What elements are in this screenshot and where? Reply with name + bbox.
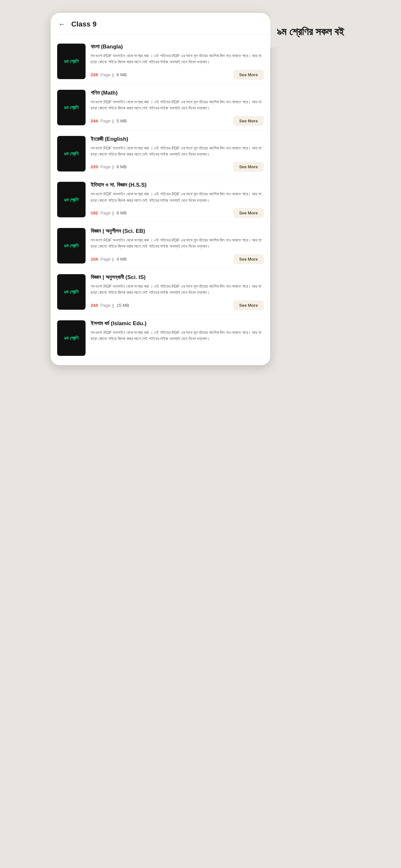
- book-thumb-label: ৯ম শ্রেণি: [62, 103, 81, 112]
- book-thumb-label: ৯ম শ্রেণি: [62, 241, 81, 250]
- see-more-button[interactable]: See More: [234, 116, 264, 126]
- book-list: ৯ম শ্রেণিবাংলা (Bangla)সব গুলো PDF অনলাই…: [51, 35, 270, 365]
- book-description: সব গুলো PDF অনলাইন থেকে সংগ্রহ করা । এই …: [91, 191, 264, 204]
- book-card[interactable]: ৯ম শ্রেণিবাংলা (Bangla)সব গুলো PDF অনলাই…: [51, 38, 270, 84]
- book-info: বিজ্ঞান | অনুসন্ধানী (Sci. IS)সব গুলো PD…: [91, 274, 264, 310]
- book-card[interactable]: ৯ম শ্রেণিইসলাম ধর্ম (Islamic Edu.)সব গুল…: [51, 314, 270, 360]
- book-meta: 244 Page || 5 MB: [91, 119, 127, 123]
- book-card[interactable]: ৯ম শ্রেণিগণিত (Math)সব গুলো PDF অনলাইন থ…: [51, 84, 270, 130]
- book-meta-row: 244 Page || 15 MBSee More: [91, 300, 264, 310]
- book-meta-row: 104 Page || 4 MBSee More: [91, 254, 264, 264]
- book-pages: 244: [91, 119, 98, 123]
- page-title: Class 9: [71, 20, 96, 28]
- book-info: বিজ্ঞান | অনুশীলন (Sci. EB)সব গুলো PDF অ…: [91, 228, 264, 264]
- book-thumbnail: ৯ম শ্রেণি: [57, 43, 86, 79]
- book-meta: 220 Page || 8 MB: [91, 164, 127, 169]
- back-button[interactable]: ←: [58, 20, 66, 28]
- book-title: বিজ্ঞান | অনুশীলন (Sci. EB): [91, 228, 264, 235]
- book-info: ইতিহাস ও সা. বিজ্ঞান (H.S.S)সব গুলো PDF …: [91, 182, 264, 218]
- see-more-button[interactable]: See More: [234, 70, 264, 80]
- see-more-button[interactable]: See More: [234, 254, 264, 264]
- separator: Page ||: [100, 164, 114, 169]
- book-meta-row: 192 Page || 8 MBSee More: [91, 208, 264, 218]
- book-meta: 228 Page || 6 MB: [91, 72, 127, 77]
- book-thumbnail: ৯ম শ্রেণি: [57, 228, 86, 264]
- book-size: 8 MB: [117, 211, 127, 215]
- book-description: সব গুলো PDF অনলাইন থেকে সংগ্রহ করা । এই …: [91, 53, 264, 66]
- book-size: 4 MB: [117, 257, 127, 261]
- book-thumb-label: ৯ম শ্রেণি: [62, 57, 81, 66]
- book-thumbnail: ৯ম শ্রেণি: [57, 182, 86, 217]
- book-description: সব গুলো PDF অনলাইন থেকে সংগ্রহ করা । এই …: [91, 237, 264, 250]
- separator: Page ||: [100, 303, 114, 308]
- footer-text: ৯ম শ্রেণির সকল বই: [277, 26, 344, 37]
- book-title: বিজ্ঞান | অনুসন্ধানী (Sci. IS): [91, 274, 264, 281]
- book-meta: 192 Page || 8 MB: [91, 211, 127, 215]
- separator: Page ||: [100, 72, 114, 77]
- book-title: বাংলা (Bangla): [91, 43, 264, 50]
- book-thumbnail: ৯ম শ্রেণি: [57, 136, 86, 172]
- book-size: 5 MB: [117, 119, 127, 123]
- book-card[interactable]: ৯ম শ্রেণিইংরেজী (English)সব গুলো PDF অনল…: [51, 130, 270, 176]
- separator: Page ||: [100, 257, 114, 261]
- see-more-button[interactable]: See More: [234, 162, 264, 172]
- book-thumbnail: ৯ম শ্রেণি: [57, 320, 86, 356]
- book-description: সব গুলো PDF অনলাইন থেকে সংগ্রহ করা । এই …: [91, 330, 264, 342]
- book-info: ইংরেজী (English)সব গুলো PDF অনলাইন থেকে …: [91, 136, 264, 172]
- book-thumbnail: ৯ম শ্রেণি: [57, 90, 86, 125]
- book-thumb-label: ৯ম শ্রেণি: [62, 149, 81, 158]
- book-meta-row: 220 Page || 8 MBSee More: [91, 162, 264, 172]
- book-meta: 104 Page || 4 MB: [91, 257, 127, 261]
- book-description: সব গুলো PDF অনলাইন থেকে সংগ্রহ করা । এই …: [91, 99, 264, 112]
- see-more-button[interactable]: See More: [234, 300, 264, 310]
- separator: Page ||: [100, 211, 114, 215]
- book-meta: 244 Page || 15 MB: [91, 303, 129, 308]
- book-size: 15 MB: [117, 303, 129, 308]
- book-title: গণিত (Math): [91, 90, 264, 96]
- book-thumb-label: ৯ম শ্রেণি: [62, 287, 81, 297]
- separator: Page ||: [100, 119, 114, 123]
- book-title: ইতিহাস ও সা. বিজ্ঞান (H.S.S): [91, 182, 264, 188]
- book-info: ইসলাম ধর্ম (Islamic Edu.)সব গুলো PDF অনল…: [91, 320, 264, 342]
- book-thumb-label: ৯ম শ্রেণি: [62, 195, 81, 205]
- book-info: গণিত (Math)সব গুলো PDF অনলাইন থেকে সংগ্র…: [91, 90, 264, 126]
- book-meta-row: 228 Page || 6 MBSee More: [91, 70, 264, 80]
- book-pages: 228: [91, 72, 98, 77]
- book-size: 6 MB: [117, 72, 127, 77]
- book-meta-row: 244 Page || 5 MBSee More: [91, 116, 264, 126]
- book-thumb-label: ৯ম শ্রেণি: [62, 334, 81, 343]
- book-card[interactable]: ৯ম শ্রেণিবিজ্ঞান | অনুসন্ধানী (Sci. IS)স…: [51, 268, 270, 314]
- book-info: বাংলা (Bangla)সব গুলো PDF অনলাইন থেকে সং…: [91, 43, 264, 80]
- footer-banner: ৯ম শ্রেণির সকল বই: [270, 13, 351, 48]
- book-pages: 192: [91, 211, 98, 215]
- phone-container: ← Class 9 ৯ম শ্রেণিবাংলা (Bangla)সব গুলো…: [51, 13, 270, 365]
- book-card[interactable]: ৯ম শ্রেণিবিজ্ঞান | অনুশীলন (Sci. EB)সব গ…: [51, 222, 270, 268]
- book-card[interactable]: ৯ম শ্রেণিইতিহাস ও সা. বিজ্ঞান (H.S.S)সব …: [51, 176, 270, 222]
- book-title: ইংরেজী (English): [91, 136, 264, 143]
- book-thumbnail: ৯ম শ্রেণি: [57, 274, 86, 310]
- see-more-button[interactable]: See More: [234, 208, 264, 218]
- book-pages: 104: [91, 257, 98, 261]
- book-title: ইসলাম ধর্ম (Islamic Edu.): [91, 320, 264, 327]
- book-description: সব গুলো PDF অনলাইন থেকে সংগ্রহ করা । এই …: [91, 283, 264, 296]
- book-description: সব গুলো PDF অনলাইন থেকে সংগ্রহ করা । এই …: [91, 145, 264, 158]
- book-size: 8 MB: [117, 164, 127, 169]
- book-pages: 220: [91, 164, 98, 169]
- book-pages: 244: [91, 303, 98, 308]
- header: ← Class 9: [51, 13, 270, 35]
